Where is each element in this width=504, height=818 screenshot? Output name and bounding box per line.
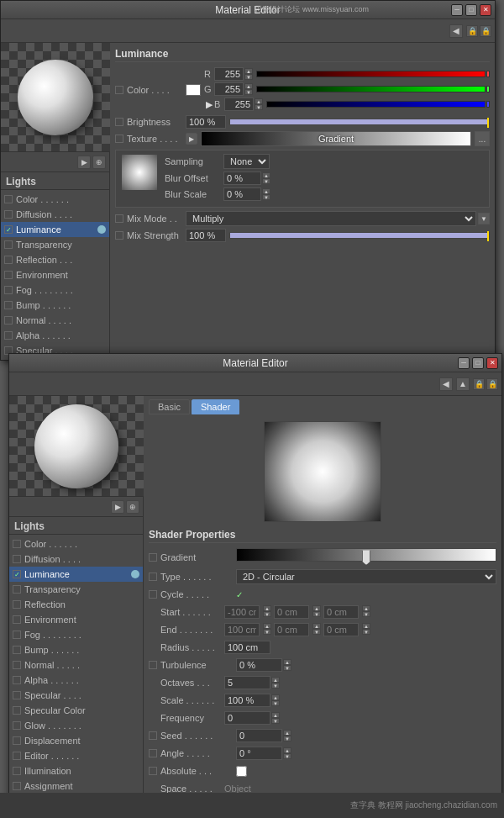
bot-channel-bump[interactable]: Bump . . . . . . (9, 642, 143, 657)
bot-channel-assignment[interactable]: Assignment (9, 778, 143, 794)
absolute-checkbox[interactable] (149, 767, 157, 775)
b-spin-down[interactable]: ▼ (255, 104, 263, 110)
bot-specular-check[interactable] (13, 691, 21, 699)
scale-up[interactable]: ▲ (271, 694, 280, 700)
bot-normal-check[interactable] (13, 661, 21, 669)
radius-input[interactable] (224, 641, 270, 654)
mix-strength-input[interactable] (186, 229, 226, 242)
bot-channel-specular[interactable]: Specular . . . . (9, 688, 143, 703)
channel-environment[interactable]: Environment (1, 267, 109, 282)
bot-bump-check[interactable] (13, 646, 21, 654)
channel-transparency-check[interactable] (4, 240, 13, 249)
bot-channel-normal[interactable]: Normal . . . . . (9, 657, 143, 673)
b-bar[interactable] (266, 101, 486, 108)
bot-channel-environment[interactable]: Environment (9, 612, 143, 627)
bot-illumination-check[interactable] (13, 767, 21, 775)
channel-diffusion[interactable]: Diffusion . . . . (1, 207, 109, 222)
bot-channel-illumination[interactable]: Illumination (9, 763, 143, 778)
channel-luminance[interactable]: ✓ Luminance (1, 222, 109, 237)
frequency-down[interactable]: ▼ (271, 718, 280, 724)
octaves-down[interactable]: ▼ (271, 683, 280, 689)
bot-specular-color-check[interactable] (13, 706, 21, 715)
channel-reflection[interactable]: Reflection . . . (1, 252, 109, 267)
frequency-input[interactable] (224, 711, 270, 725)
bot-channel-color[interactable]: Color . . . . . . (9, 536, 143, 551)
absolute-toggle[interactable] (236, 766, 247, 777)
b-toggle[interactable]: ▶ (204, 99, 214, 110)
scale-input[interactable] (224, 694, 270, 707)
octaves-up[interactable]: ▲ (271, 677, 280, 683)
bottom-nav-up[interactable]: ▲ (456, 377, 470, 391)
channel-fog[interactable]: Fog . . . . . . . . (1, 282, 109, 298)
b-input[interactable] (224, 98, 254, 111)
angle-down[interactable]: ▼ (283, 753, 291, 759)
texture-toggle-arrow[interactable]: ▶ (186, 133, 197, 145)
bot-glow-check[interactable] (13, 721, 21, 730)
blur-scale-down[interactable]: ▼ (262, 194, 270, 200)
angle-up[interactable]: ▲ (283, 747, 291, 753)
bot-environment-check[interactable] (13, 615, 21, 624)
channel-diffusion-check[interactable] (4, 210, 13, 219)
bottom-ch-btn-arrow[interactable]: ▶ (111, 500, 124, 514)
bot-channel-alpha[interactable]: Alpha . . . . . . (9, 673, 143, 688)
gradient-bar[interactable] (236, 548, 496, 562)
brightness-checkbox[interactable] (115, 118, 123, 126)
type-select[interactable]: 2D - Circular 2D - Linear (236, 569, 496, 584)
end-z-input[interactable] (323, 623, 359, 636)
start-z-down[interactable]: ▼ (362, 611, 370, 617)
blur-scale-input[interactable] (223, 187, 261, 201)
color-swatch[interactable] (186, 84, 201, 96)
channel-environment-check[interactable] (4, 271, 13, 279)
bot-channel-diffusion[interactable]: Diffusion . . . . (9, 551, 143, 567)
channel-btn-arrow[interactable]: ▶ (77, 156, 91, 169)
g-bar[interactable] (256, 86, 486, 92)
end-x-down[interactable]: ▼ (263, 629, 271, 635)
channel-color[interactable]: Color . . . . . . (1, 192, 109, 207)
octaves-input[interactable] (224, 676, 270, 689)
minimize-button[interactable]: ─ (451, 4, 463, 16)
start-z-up[interactable]: ▲ (362, 605, 370, 611)
seed-down[interactable]: ▼ (283, 736, 291, 741)
bot-transparency-check[interactable] (13, 585, 21, 594)
lock-icon-1[interactable]: 🔒 (466, 25, 478, 37)
gradient-handle[interactable] (362, 546, 370, 565)
end-y-up[interactable]: ▲ (312, 623, 321, 629)
scale-down[interactable]: ▼ (271, 700, 280, 706)
channel-color-check[interactable] (4, 195, 13, 203)
bot-luminance-check[interactable]: ✓ (13, 570, 21, 578)
channel-btn-settings[interactable]: ⊕ (92, 156, 106, 169)
seed-checkbox[interactable] (149, 731, 157, 740)
seed-up[interactable]: ▲ (283, 730, 291, 736)
cycle-checkbox[interactable] (149, 590, 157, 599)
mix-mode-select[interactable]: Multiply Normal (186, 211, 476, 226)
end-y-input[interactable] (274, 623, 309, 636)
bot-displacement-check[interactable] (13, 736, 21, 745)
start-y-input[interactable] (274, 605, 309, 619)
bot-editor-check[interactable] (13, 752, 21, 760)
channel-fog-check[interactable] (4, 286, 13, 294)
g-spin-up[interactable]: ▲ (244, 83, 253, 89)
bot-channel-displacement[interactable]: Displacement (9, 733, 143, 748)
bot-fog-check[interactable] (13, 631, 21, 639)
bot-alpha-check[interactable] (13, 676, 21, 684)
tab-shader[interactable]: Shader (192, 399, 239, 414)
end-z-up[interactable]: ▲ (362, 623, 370, 629)
blur-offset-down[interactable]: ▼ (262, 178, 270, 184)
gradient-button[interactable]: Gradient (201, 131, 471, 146)
start-x-down[interactable]: ▼ (263, 611, 271, 617)
turbulence-checkbox[interactable] (149, 661, 157, 669)
end-z-down[interactable]: ▼ (362, 629, 370, 635)
start-z-input[interactable] (323, 605, 359, 619)
channel-bump-check[interactable] (4, 301, 13, 309)
bot-diffusion-check[interactable] (13, 555, 21, 563)
bot-reflection-check[interactable] (13, 600, 21, 609)
bottom-lock-2[interactable]: 🔒 (486, 378, 498, 390)
channel-bump[interactable]: Bump . . . . . . (1, 298, 109, 313)
bot-channel-specular-color[interactable]: Specular Color (9, 703, 143, 718)
bot-color-check[interactable] (13, 540, 21, 548)
channel-normal[interactable]: Normal . . . . . (1, 313, 109, 328)
end-x-up[interactable]: ▲ (263, 623, 271, 629)
texture-checkbox[interactable] (115, 135, 123, 143)
mix-strength-checkbox[interactable] (115, 231, 123, 240)
frequency-up[interactable]: ▲ (271, 712, 280, 718)
